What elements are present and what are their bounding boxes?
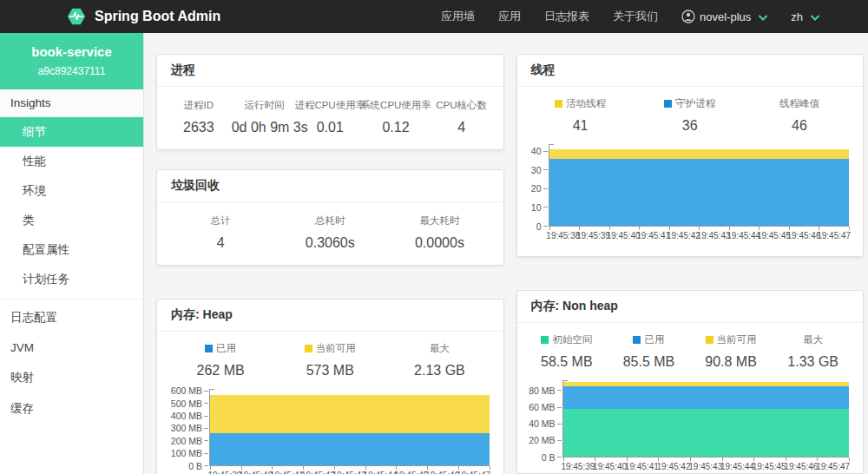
chevron-down-icon <box>811 10 819 23</box>
y-tick-label: 10 <box>531 203 542 213</box>
y-tick-mark <box>557 440 562 441</box>
x-tick-label: 19:45:46 <box>787 232 821 240</box>
stat-peak-threads: 线程峰值 46 <box>745 97 854 134</box>
y-tick-mark <box>557 424 562 425</box>
sidebar-item-mappings[interactable]: 映射 <box>0 362 143 393</box>
sidebar-item-performance[interactable]: 性能 <box>0 147 143 176</box>
threads-legend: 活动线程 41 守护进程 36 线程峰值 46 <box>517 87 864 144</box>
stat-uptime: 运行时间 0d 0h 9m 3s <box>232 99 298 135</box>
user-menu[interactable]: novel-plus <box>681 10 767 23</box>
y-tick-label: 600 MB <box>171 387 202 397</box>
process-stats: 进程ID 2633 运行时间 0d 0h 9m 3s 进程CPU使用率 0.01… <box>157 87 503 149</box>
chevron-down-icon <box>759 10 767 23</box>
x-tick-label: 19:45:40 <box>607 232 641 240</box>
legend-swatch <box>664 100 672 108</box>
y-tick-mark <box>204 465 208 466</box>
y-tick-mark <box>557 457 562 458</box>
x-tick-label: 19:45:42 <box>657 463 691 471</box>
x-tick-label: 19:45:41 <box>636 232 670 240</box>
sidebar: book-service a9c892437111 Insights 细节 性能… <box>0 33 144 474</box>
y-tick-label: 20 MB <box>529 437 555 446</box>
sidebar-section-insights: Insights <box>0 89 143 117</box>
x-tick-label: 19:45:44 <box>727 232 760 240</box>
y-tick-label: 30 <box>531 166 542 175</box>
x-axis-labels: 19:45:3919:45:4019:45:4119:45:4219:45:43… <box>209 466 490 474</box>
process-card: 进程 进程ID 2633 运行时间 0d 0h 9m 3s 进程CPU使用率 0… <box>156 54 504 150</box>
y-axis: 0 B20 MB40 MB60 MB80 MB <box>523 380 562 458</box>
y-tick-label: 40 MB <box>529 419 555 429</box>
nonheap-card-title: 内存: Non heap <box>517 291 864 323</box>
y-tick-mark <box>204 391 208 392</box>
legend-swatch <box>205 345 213 352</box>
main-content: 进程 进程ID 2633 运行时间 0d 0h 9m 3s 进程CPU使用率 0… <box>144 33 868 474</box>
y-tick-label: 80 MB <box>529 386 555 396</box>
insights-menu: 细节 性能 环境 类 配置属性 计划任务 <box>0 117 143 294</box>
y-tick-mark <box>204 440 208 441</box>
y-axis: 010203040 <box>523 144 549 227</box>
x-tick-label: 19:45:47 <box>817 232 851 240</box>
sidebar-item-details[interactable]: 细节 <box>0 117 143 147</box>
legend-swatch <box>541 336 549 344</box>
x-tick-label: 19:45:45 <box>757 232 791 240</box>
nav-item-wallboard[interactable]: 应用墙 <box>441 9 475 24</box>
stat-heap-max: 最大 2.13 GB <box>385 342 494 379</box>
area-series <box>563 386 850 409</box>
y-tick-label: 0 B <box>542 453 556 463</box>
sidebar-item-loggers[interactable]: 日志配置 <box>0 302 143 333</box>
sidebar-item-environment[interactable]: 环境 <box>0 176 143 206</box>
x-tick-label: 19:45:46 <box>784 463 818 471</box>
y-tick-mark <box>543 188 548 189</box>
area-series <box>210 395 490 433</box>
language-label: zh <box>791 10 803 23</box>
y-tick-label: 60 MB <box>529 403 555 412</box>
stat-cpu-cores: CPU核心数 4 <box>429 99 495 135</box>
y-tick-mark <box>543 207 548 207</box>
x-tick-label: 19:45:43 <box>697 232 731 240</box>
stat-nonheap-initial: 初始空间 58.5 MB <box>526 333 608 370</box>
stat-nonheap-max: 最大 1.33 GB <box>772 333 854 370</box>
legend-swatch <box>633 336 641 344</box>
brand-title: Spring Boot Admin <box>95 9 220 24</box>
nav-item-applications[interactable]: 应用 <box>498 9 521 24</box>
gc-stats: 总计 4 总耗时 0.3060s 最大耗时 0.0000s <box>157 202 503 265</box>
threads-card-title: 线程 <box>517 55 864 87</box>
stat-process-cpu: 进程CPU使用率 0.01 <box>297 99 363 135</box>
x-tick-label: 19:45:42 <box>667 232 700 240</box>
area-series <box>563 382 850 386</box>
nonheap-memory-card: 内存: Non heap 初始空间 58.5 MB 已用 85.5 MB <box>516 290 865 474</box>
x-tick-mark <box>849 458 850 461</box>
area-series <box>563 409 850 457</box>
y-tick-mark <box>204 453 208 454</box>
area-series <box>549 149 850 159</box>
nav-item-log-report[interactable]: 日志报表 <box>544 9 589 24</box>
sidebar-item-caches[interactable]: 缓存 <box>0 393 143 425</box>
y-tick-label: 200 MB <box>171 437 202 446</box>
area-series <box>549 159 850 226</box>
nav-item-about[interactable]: 关于我们 <box>613 9 658 24</box>
plot-area <box>209 389 490 466</box>
user-icon <box>681 10 695 23</box>
x-tick-label: 19:45:39 <box>576 232 610 240</box>
gc-card-title: 垃圾回收 <box>157 170 503 202</box>
brand[interactable]: Spring Boot Admin <box>66 6 220 27</box>
stat-daemon-threads: 守护进程 36 <box>635 97 745 134</box>
sidebar-item-scheduled-tasks[interactable]: 计划任务 <box>0 265 143 294</box>
user-name: novel-plus <box>700 10 751 23</box>
language-selector[interactable]: zh <box>791 10 819 23</box>
sidebar-item-classes[interactable]: 类 <box>0 206 143 235</box>
sidebar-item-config-properties[interactable]: 配置属性 <box>0 235 143 265</box>
stat-heap-committed: 当前可用 573 MB <box>275 342 385 379</box>
stat-heap-used: 已用 262 MB <box>166 342 275 379</box>
threads-chart: 010203040 19:45:3819:45:3919:45:4019:45:… <box>517 144 864 242</box>
left-column: 进程 进程ID 2633 运行时间 0d 0h 9m 3s 进程CPU使用率 0… <box>156 54 504 474</box>
plot-area <box>562 380 850 458</box>
stat-live-threads: 活动线程 41 <box>526 97 635 134</box>
legend-swatch <box>555 100 562 108</box>
sidebar-item-jvm[interactable]: JVM <box>0 333 143 362</box>
x-axis-labels: 19:45:3919:45:4019:45:4119:45:4219:45:43… <box>562 458 850 473</box>
groups-menu: 日志配置 JVM 映射 缓存 <box>0 299 143 425</box>
x-tick-mark <box>490 466 490 470</box>
y-tick-label: 20 <box>531 185 542 194</box>
legend-swatch <box>305 345 312 352</box>
y-tick-mark <box>543 169 548 170</box>
